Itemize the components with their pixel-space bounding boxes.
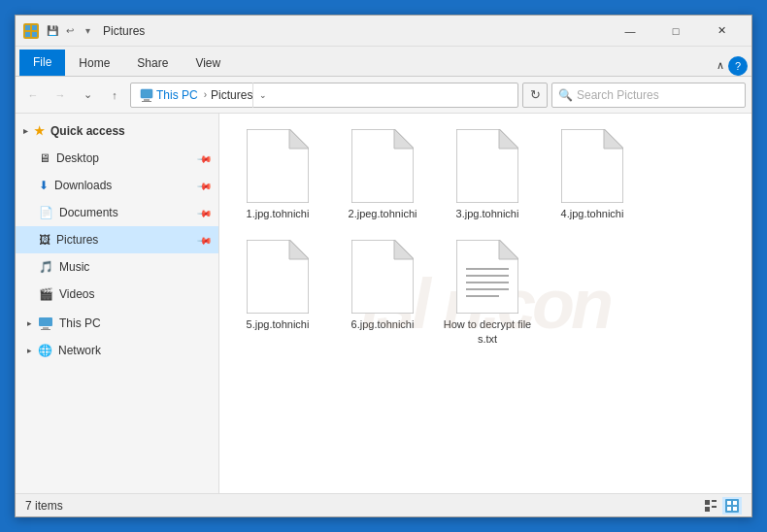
view-toggle: [701, 497, 742, 515]
svg-rect-30: [712, 500, 717, 502]
address-path[interactable]: This PC › Pictures ⌄: [130, 83, 518, 108]
svg-marker-11: [289, 129, 309, 149]
list-view-icon: [704, 499, 717, 513]
expand-arrow-thispc: ▸: [27, 318, 32, 328]
nav-dropdown-btn[interactable]: ⌄: [76, 83, 99, 107]
qs-dropdown-btn[interactable]: ▾: [80, 23, 95, 39]
file-name-4: 4.jpg.tohnichi: [561, 207, 624, 220]
downloads-icon: ⬇: [39, 179, 49, 192]
sidebar-item-network[interactable]: ▸ 🌐 Network: [16, 337, 218, 364]
up-button[interactable]: ↑: [103, 83, 126, 107]
list-item[interactable]: 1.jpg.tohnichi: [229, 123, 326, 226]
large-icons-view-btn[interactable]: [722, 497, 742, 515]
file-name-2: 2.jpeg.tohnichi: [349, 207, 417, 220]
list-item[interactable]: 3.jpg.tohnichi: [439, 123, 536, 226]
sidebar-item-thispc[interactable]: ▸ This PC: [16, 310, 218, 337]
refresh-button[interactable]: ↻: [522, 83, 548, 108]
sidebar-item-downloads[interactable]: ⬇ Downloads 📌: [16, 172, 218, 199]
svg-rect-4: [141, 89, 152, 98]
svg-rect-6: [142, 101, 151, 102]
videos-label: Videos: [59, 287, 94, 301]
svg-marker-17: [604, 129, 623, 149]
downloads-label: Downloads: [54, 179, 112, 192]
expand-arrow-network: ▸: [27, 346, 32, 355]
file-icon-5: [247, 240, 309, 314]
thispc-icon: [38, 316, 53, 330]
list-item[interactable]: 2.jpeg.tohnichi: [334, 123, 431, 226]
file-area: isl n.con 1.jpg.tohnichi: [219, 114, 751, 493]
thispc-label: This PC: [59, 316, 101, 330]
svg-rect-9: [41, 329, 50, 330]
svg-rect-36: [727, 507, 731, 511]
search-box[interactable]: 🔍 Search Pictures: [551, 83, 746, 108]
qs-undo-btn[interactable]: ↩: [62, 23, 78, 39]
ribbon-expand-btn[interactable]: ∧: [713, 55, 728, 76]
sidebar-item-documents[interactable]: 📄 Documents 📌: [16, 199, 218, 226]
tab-share[interactable]: Share: [123, 50, 182, 76]
maximize-button[interactable]: □: [653, 16, 698, 47]
sidebar-item-desktop[interactable]: 🖥 Desktop 📌: [16, 145, 218, 172]
tab-home[interactable]: Home: [65, 50, 123, 76]
sidebar-item-videos[interactable]: 🎬 Videos: [16, 281, 218, 308]
close-button[interactable]: ✕: [699, 16, 744, 47]
pin-icon-downloads: 📌: [197, 178, 213, 193]
pin-icon-documents: 📌: [197, 205, 213, 220]
documents-label: Documents: [59, 206, 118, 219]
network-icon: 🌐: [38, 344, 52, 357]
sidebar-item-quick-access[interactable]: ▸ ★ Quick access: [16, 117, 218, 145]
file-icon-1: [247, 129, 309, 203]
svg-marker-13: [394, 129, 414, 149]
forward-arrow-icon: →: [55, 89, 66, 101]
explorer-window: 💾 ↩ ▾ Pictures — □ ✕ File Home Share Vie…: [15, 15, 752, 517]
file-name-3: 3.jpg.tohnichi: [456, 207, 519, 220]
tab-view[interactable]: View: [182, 50, 234, 76]
minimize-button[interactable]: —: [608, 16, 652, 47]
svg-marker-21: [394, 240, 414, 259]
list-item[interactable]: How to decrypt files.txt: [439, 234, 536, 351]
list-item[interactable]: 4.jpg.tohnichi: [544, 123, 641, 226]
music-icon: 🎵: [39, 260, 53, 274]
list-item[interactable]: 5.jpg.tohnichi: [229, 234, 326, 351]
music-label: Music: [59, 260, 89, 274]
svg-rect-8: [43, 327, 49, 329]
tab-file[interactable]: File: [19, 50, 65, 76]
svg-rect-0: [25, 25, 30, 30]
quick-access-label: Quick access: [50, 124, 125, 138]
sidebar-item-pictures[interactable]: 🖼 Pictures 📌: [16, 226, 218, 253]
back-button[interactable]: ←: [21, 83, 45, 107]
svg-rect-32: [712, 506, 717, 508]
svg-marker-19: [289, 240, 309, 259]
svg-rect-1: [32, 25, 37, 30]
window-title: Pictures: [103, 24, 608, 38]
list-item[interactable]: 6.jpg.tohnichi: [334, 234, 431, 351]
search-icon: 🔍: [558, 88, 573, 102]
addressbar: ← → ⌄ ↑ This PC › Pictures ⌄ ↻ 🔍 Search …: [16, 77, 751, 114]
file-icon-7: [456, 240, 518, 314]
svg-rect-37: [733, 507, 737, 511]
back-arrow-icon: ←: [28, 89, 39, 101]
desktop-label: Desktop: [56, 151, 99, 165]
window-controls: — □ ✕: [608, 16, 744, 47]
path-part-thispc: This PC: [156, 88, 198, 102]
file-name-5: 5.jpg.tohnichi: [247, 317, 310, 331]
main-area: ▸ ★ Quick access 🖥 Desktop 📌 ⬇ Downloads…: [16, 114, 751, 493]
file-icon-3: [456, 129, 518, 203]
help-button[interactable]: ?: [728, 56, 748, 76]
quick-save-area: 💾 ↩ ▾: [45, 23, 95, 39]
dropdown-arrow-icon: ⌄: [83, 88, 92, 101]
sidebar-item-music[interactable]: 🎵 Music: [16, 253, 218, 281]
file-icon-6: [351, 240, 414, 314]
svg-rect-5: [144, 99, 150, 101]
svg-rect-35: [733, 501, 737, 505]
forward-button[interactable]: →: [49, 83, 72, 107]
svg-rect-3: [32, 32, 37, 37]
path-dropdown-btn[interactable]: ⌄: [252, 83, 272, 108]
svg-marker-23: [499, 240, 518, 259]
list-view-btn[interactable]: [701, 497, 720, 515]
svg-rect-29: [705, 500, 710, 505]
svg-rect-34: [727, 501, 731, 505]
qs-save-btn[interactable]: 💾: [45, 23, 60, 39]
statusbar: 7 items: [16, 493, 751, 516]
ribbon: File Home Share View ∧ ?: [16, 47, 751, 77]
file-icon-2: [351, 129, 414, 203]
